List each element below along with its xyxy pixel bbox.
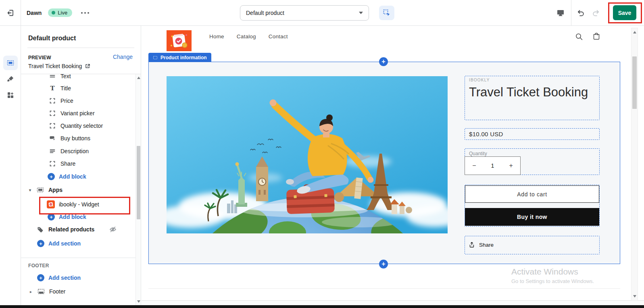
block-row-buy-buttons[interactable]: Buy buttons bbox=[21, 132, 135, 144]
sidebar-scrollbar[interactable] bbox=[135, 74, 141, 305]
caret-right-icon[interactable]: ▸ bbox=[30, 289, 35, 294]
sidebar-block-list: Text T Title Price Variant picker Quanti… bbox=[21, 74, 141, 305]
store-logo[interactable] bbox=[167, 30, 192, 51]
scroll-down-arrow[interactable] bbox=[633, 295, 636, 298]
redo-button[interactable] bbox=[590, 6, 602, 19]
apps-group-row[interactable]: ▾ Apps bbox=[21, 184, 135, 196]
quantity-decrease-button[interactable]: − bbox=[465, 162, 484, 169]
footer-add-section-button[interactable]: + Add section bbox=[21, 272, 135, 284]
app-block-label: ibookly - Widget bbox=[59, 201, 99, 208]
section-badge[interactable]: Product information bbox=[148, 53, 211, 62]
scroll-up-arrow[interactable] bbox=[137, 77, 140, 79]
block-row-variant-picker[interactable]: Variant picker bbox=[21, 107, 135, 119]
add-to-cart-button[interactable]: Add to cart bbox=[465, 185, 599, 203]
plus-icon: + bbox=[48, 173, 55, 180]
sections-sidebar: Default product PREVIEW Change Travel Ti… bbox=[21, 26, 141, 305]
live-status-badge: Live bbox=[48, 8, 72, 17]
title-block-icon: T bbox=[48, 85, 56, 92]
product-vendor: IBOOKLY bbox=[465, 76, 599, 82]
block-row-share[interactable]: Share bbox=[21, 158, 135, 170]
block-row-quantity-selector[interactable]: Quantity selector bbox=[21, 120, 135, 132]
add-block-button[interactable]: + Add block bbox=[21, 171, 135, 183]
shopify-theme-editor: { "topbar": { "theme_name": "Dawn", "liv… bbox=[0, 0, 644, 308]
change-preview-link[interactable]: Change bbox=[113, 54, 133, 60]
block-label: Description bbox=[60, 148, 89, 154]
save-button[interactable]: Save bbox=[613, 5, 636, 20]
product-image[interactable] bbox=[167, 76, 448, 233]
quantity-label: Quantity bbox=[465, 149, 599, 156]
block-label: Quantity selector bbox=[60, 123, 103, 129]
page-selector-value: Default product bbox=[246, 10, 284, 16]
hidden-eye-icon[interactable] bbox=[109, 225, 117, 233]
related-products-row[interactable]: Related products bbox=[21, 223, 135, 235]
toolbar-divider bbox=[571, 0, 571, 25]
buy-it-now-button[interactable]: Buy it now bbox=[465, 208, 599, 226]
sidebar-scrollbar-thumb[interactable] bbox=[137, 146, 140, 219]
add-section-above-button[interactable]: + bbox=[379, 57, 388, 66]
more-menu-button[interactable] bbox=[79, 10, 92, 16]
app-block-row-ibookly-widget[interactable]: ibookly - Widget bbox=[21, 198, 135, 210]
caret-down-icon[interactable]: ▾ bbox=[29, 188, 34, 192]
app-embeds-icon bbox=[6, 91, 15, 99]
buy-buttons-icon bbox=[48, 135, 56, 142]
nav-link-catalog[interactable]: Catalog bbox=[237, 33, 256, 40]
rail-app-embeds-tab[interactable] bbox=[3, 88, 18, 102]
search-icon[interactable] bbox=[574, 31, 584, 42]
svg-text:T: T bbox=[50, 85, 55, 92]
quantity-value[interactable]: 1 bbox=[484, 162, 502, 169]
footer-section-label: Footer bbox=[49, 288, 65, 295]
title-block[interactable]: IBOOKLY Travel Ticket Booking bbox=[465, 76, 600, 120]
brackets-icon bbox=[48, 122, 56, 129]
text-block-icon bbox=[48, 74, 56, 80]
product-price: $10.00 USD bbox=[465, 129, 599, 139]
buy-buttons-block[interactable]: Add to cart Buy it now bbox=[465, 185, 600, 227]
nav-link-contact[interactable]: Contact bbox=[269, 33, 288, 40]
page-selector-dropdown[interactable]: Default product bbox=[240, 5, 369, 21]
quantity-block[interactable]: Quantity − 1 + bbox=[465, 148, 600, 175]
apps-section-icon bbox=[36, 186, 44, 194]
preview-scrollbar-thumb[interactable] bbox=[632, 56, 637, 109]
preview-page-name: Travel Ticket Booking bbox=[28, 63, 82, 69]
apps-group-label: Apps bbox=[48, 187, 63, 193]
scroll-up-arrow[interactable] bbox=[633, 31, 636, 33]
add-section-label: Add section bbox=[48, 240, 81, 247]
block-row-price[interactable]: Price bbox=[21, 95, 135, 107]
plus-icon: + bbox=[37, 240, 44, 247]
add-section-button[interactable]: + Add section bbox=[21, 237, 135, 250]
section-badge-label: Product information bbox=[160, 55, 207, 60]
scroll-down-arrow[interactable] bbox=[137, 300, 140, 303]
paint-brush-icon bbox=[6, 75, 15, 83]
share-link[interactable]: Share bbox=[465, 236, 599, 248]
exit-editor-button[interactable] bbox=[0, 0, 21, 25]
product-title: Travel Ticket Booking bbox=[465, 82, 599, 102]
watermark-line2: Go to Settings to activate Windows. bbox=[511, 278, 594, 284]
footer-section-row[interactable]: ▸ Footer bbox=[21, 285, 135, 298]
price-block[interactable]: $10.00 USD bbox=[465, 128, 600, 140]
inspect-mode-button[interactable] bbox=[379, 6, 394, 20]
undo-button[interactable] bbox=[574, 6, 587, 19]
device-preview-button[interactable] bbox=[554, 6, 567, 19]
nav-link-home[interactable]: Home bbox=[209, 33, 224, 40]
rail-sections-tab[interactable] bbox=[3, 56, 18, 70]
preview-page-link[interactable]: Travel Ticket Booking bbox=[28, 63, 90, 69]
share-block[interactable]: Share bbox=[465, 236, 600, 254]
activate-windows-watermark: Activate Windows Go to Settings to activ… bbox=[511, 267, 594, 284]
add-block-label: Add block bbox=[59, 214, 86, 220]
rail-theme-settings-tab[interactable] bbox=[3, 72, 18, 86]
cart-icon[interactable] bbox=[591, 31, 602, 42]
redo-icon bbox=[592, 8, 600, 17]
block-label: Share bbox=[60, 160, 75, 167]
description-block-icon bbox=[48, 148, 56, 155]
add-app-block-button[interactable]: + Add block bbox=[21, 211, 135, 223]
footer-group-label: FOOTER bbox=[28, 263, 49, 268]
brackets-icon bbox=[48, 110, 56, 117]
block-row-title[interactable]: T Title bbox=[21, 82, 135, 94]
quantity-increase-button[interactable]: + bbox=[502, 162, 520, 169]
store-nav: Home Catalog Contact bbox=[209, 33, 288, 40]
preview-scrollbar[interactable] bbox=[631, 28, 638, 301]
add-section-below-button[interactable]: + bbox=[379, 260, 388, 268]
editor-rail bbox=[0, 26, 21, 305]
block-row-description[interactable]: Description bbox=[21, 145, 135, 157]
preview-label: PREVIEW bbox=[28, 55, 51, 60]
block-row-text[interactable]: Text bbox=[21, 74, 135, 82]
